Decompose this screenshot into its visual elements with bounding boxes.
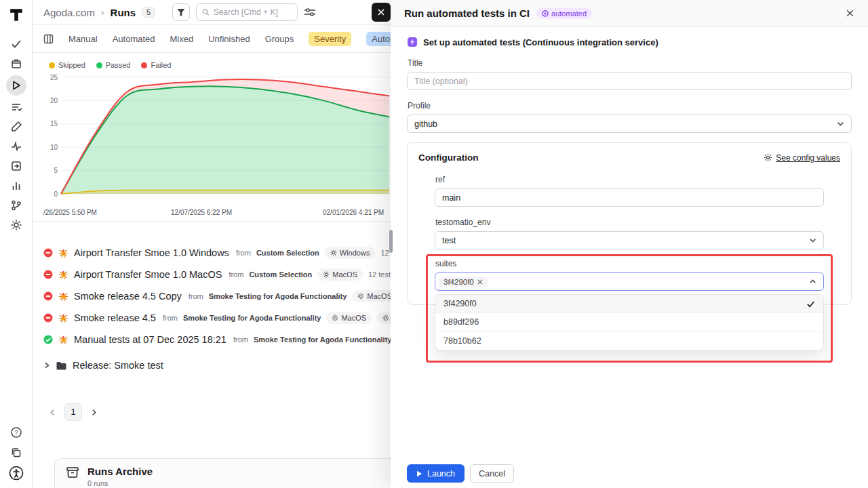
see-config-values-link[interactable]: See config values xyxy=(764,153,840,163)
run-source: Custom Selection xyxy=(256,249,319,257)
ref-field-label: ref xyxy=(435,175,824,184)
run-title[interactable]: Airport Transfer Smoe 1.0 MacOS xyxy=(74,269,222,280)
svg-text:?: ? xyxy=(14,429,18,436)
close-panel-button[interactable] xyxy=(372,3,391,22)
profile-select[interactable]: github xyxy=(407,115,852,133)
suites-option[interactable]: 78b10b62 xyxy=(435,331,823,350)
env-field-label: testomatio_env xyxy=(435,218,824,227)
run-title[interactable]: Airport Transfer Smoe 1.0 Windows xyxy=(74,247,229,258)
title-field-label: Title xyxy=(408,58,852,68)
launch-button[interactable]: Launch xyxy=(407,464,465,483)
breadcrumb-page: Runs xyxy=(111,7,136,18)
tests-nav-icon[interactable] xyxy=(6,36,26,52)
cancel-button[interactable]: Cancel xyxy=(470,464,514,483)
next-page-button[interactable] xyxy=(90,409,98,416)
search-box[interactable] xyxy=(196,3,298,21)
reports-nav-icon[interactable] xyxy=(6,178,26,194)
x-axis-label: 02/01/2026 4:21 PM xyxy=(323,209,384,216)
run-title[interactable]: Smoke release 4.5 xyxy=(74,312,156,323)
section-header: Set up automated tests (Continuous integ… xyxy=(407,37,852,47)
current-page[interactable]: 1 xyxy=(64,403,82,421)
x-axis-label: /26/2025 5:50 PM xyxy=(43,209,97,216)
platform-badge: MacOS xyxy=(326,312,372,324)
suites-option[interactable]: 3f4290f0 xyxy=(435,295,823,313)
gear-icon xyxy=(332,314,338,321)
chevron-right-icon xyxy=(43,362,50,369)
svg-text:20: 20 xyxy=(50,97,58,104)
svg-text:0: 0 xyxy=(54,190,58,198)
failed-status-icon xyxy=(43,291,53,301)
remove-chip-icon[interactable] xyxy=(477,279,483,285)
run-title[interactable]: Smoke release 4.5 Copy xyxy=(74,291,182,302)
automated-run-icon xyxy=(58,270,68,280)
gear-icon xyxy=(382,314,389,321)
svg-text:5: 5 xyxy=(54,167,58,174)
display-settings-icon[interactable] xyxy=(304,7,316,18)
legend-item: Failed xyxy=(141,61,171,69)
run-source: Smoke Testing for Agoda Functionality xyxy=(183,314,321,322)
branches-nav-icon[interactable] xyxy=(6,197,26,214)
tab-mixed[interactable]: Mixed xyxy=(170,34,194,44)
analytics-nav-icon[interactable] xyxy=(6,138,26,155)
run-from-label: from xyxy=(236,249,251,257)
suite-chip: 3f4290f0 xyxy=(439,277,488,287)
runs-nav-icon[interactable] xyxy=(6,75,26,96)
automated-run-icon xyxy=(58,313,68,323)
docs-icon[interactable] xyxy=(6,445,26,461)
accessibility-icon[interactable] xyxy=(6,465,26,481)
close-icon xyxy=(377,8,385,16)
search-icon xyxy=(202,8,210,16)
svg-text:10: 10 xyxy=(50,144,58,151)
drawer-close-button[interactable] xyxy=(846,9,854,18)
tab-manual[interactable]: Manual xyxy=(68,34,98,44)
archive-icon xyxy=(66,466,79,479)
tab-severity[interactable]: Severity xyxy=(309,32,351,46)
suites-option[interactable]: b89df296 xyxy=(435,313,823,331)
run-from-label: from xyxy=(233,336,248,344)
breadcrumb-project[interactable]: Agoda.com xyxy=(43,7,95,18)
filter-button[interactable] xyxy=(172,3,190,21)
configuration-card: Configuration See config values ref test… xyxy=(407,142,852,305)
suites-dropdown: 3f4290f0b89df29678b10b62 xyxy=(435,294,824,350)
failed-status-icon xyxy=(43,270,53,279)
title-input[interactable] xyxy=(407,72,852,90)
runs-view-icon[interactable] xyxy=(43,34,54,44)
play-icon xyxy=(416,470,422,477)
automated-badge: automated xyxy=(536,8,592,19)
tab-groups[interactable]: Groups xyxy=(265,34,294,44)
ci-service-icon xyxy=(407,37,418,47)
app-logo-icon[interactable] xyxy=(7,5,26,24)
settings-nav-icon[interactable] xyxy=(6,217,26,233)
legend-item: Passed xyxy=(96,61,131,69)
design-nav-icon[interactable] xyxy=(6,119,26,135)
automated-badge-icon xyxy=(542,10,549,17)
tab-unfinished[interactable]: Unfinished xyxy=(208,34,250,44)
suites-field-label: suites xyxy=(435,259,824,268)
archive-subtitle: 0 runs xyxy=(87,479,153,487)
gear-icon xyxy=(323,271,330,278)
passed-status-icon xyxy=(43,335,53,344)
profile-select-value: github xyxy=(414,119,437,129)
import-nav-icon[interactable] xyxy=(6,158,26,174)
drawer-footer: Launch Cancel xyxy=(407,464,514,483)
left-rail: ? xyxy=(0,0,33,488)
failed-status-icon xyxy=(43,248,53,258)
scrollbar-thumb[interactable] xyxy=(389,230,393,253)
gear-icon xyxy=(764,153,772,162)
suites-nav-icon[interactable] xyxy=(6,56,26,72)
env-select[interactable]: test xyxy=(435,231,824,249)
search-input[interactable] xyxy=(214,7,292,17)
svg-text:15: 15 xyxy=(50,120,58,127)
run-title[interactable]: Manual tests at 07 Dec 2025 18:21 xyxy=(74,334,226,345)
group-row-label: Release: Smoke test xyxy=(73,360,163,371)
drawer-title: Run automated tests in CI xyxy=(404,7,530,19)
prev-page-button[interactable] xyxy=(49,409,56,416)
ref-input[interactable] xyxy=(435,188,824,207)
plans-nav-icon[interactable] xyxy=(6,99,26,115)
failed-status-icon xyxy=(43,313,53,323)
drawer-header: Run automated tests in CI automated xyxy=(391,0,868,27)
suites-multiselect[interactable]: 3f4290f0 xyxy=(435,272,824,291)
help-icon[interactable]: ? xyxy=(6,424,26,441)
profile-field-label: Profile xyxy=(408,101,852,110)
tab-automated[interactable]: Automated xyxy=(113,34,155,44)
